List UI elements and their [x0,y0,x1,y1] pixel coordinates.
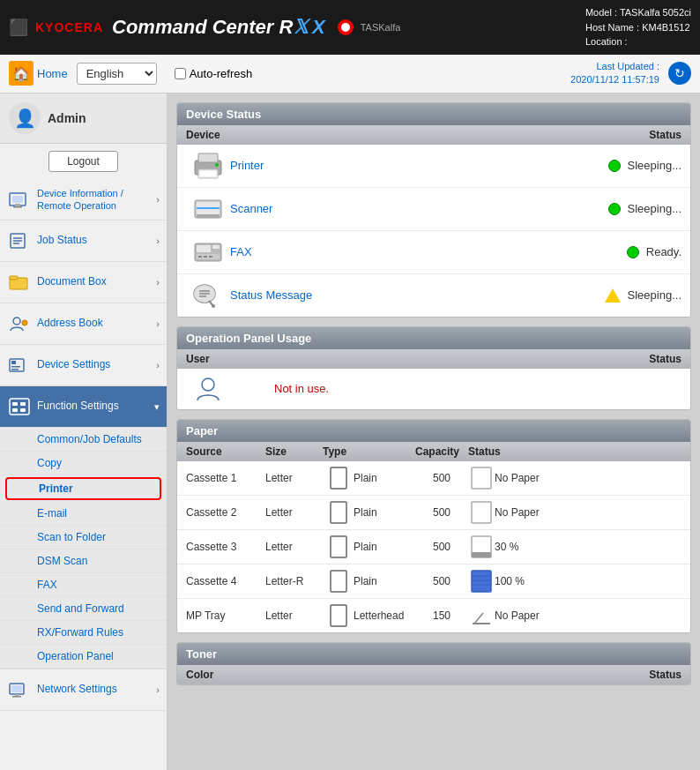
cassette4-status: 100 % [495,575,525,587]
sidebar-item-address-book[interactable]: Address Book › [0,303,167,345]
paper-header: Paper [177,420,690,442]
submenu-email[interactable]: E-mail [0,502,167,526]
last-updated-label: Last Updated : [570,60,659,73]
cassette3-source: Cassette 3 [186,541,265,553]
svg-rect-24 [12,696,21,698]
sidebar-item-document-box-chevron: › [156,277,160,288]
submenu-copy[interactable]: Copy [0,452,167,475]
refresh-button[interactable]: ↻ [668,62,691,85]
submenu-send-and-forward[interactable]: Send and Forward [0,597,167,621]
submenu-printer[interactable]: Printer [5,477,161,500]
main-content: Device Status Device Status Printer [168,93,700,771]
svg-rect-22 [11,685,22,692]
mp-tray-source: MP Tray [186,609,265,622]
fax-device-name: FAX [230,245,583,258]
paper-row-cassette4: Cassette 4 Letter-R Plain 500 [177,564,690,599]
model-info: Model : TASKalfa 5052ci Host Name : KM4B… [585,5,691,49]
sidebar-item-device-info[interactable]: Device Information /Remote Operation › [0,179,167,221]
svg-rect-36 [212,245,220,249]
cassette1-size: Letter [265,472,323,484]
svg-rect-40 [209,256,212,258]
cassette1-source: Cassette 1 [186,472,265,484]
op-user-col-header: User [186,353,578,365]
device-status-message-row: Status Message Sleeping... [177,274,690,317]
model-value: TASKalfa 5052ci [620,7,691,18]
document-box-icon [7,270,32,295]
app-rx-symbol: X [312,16,325,38]
auto-refresh-label: Auto-refresh [190,67,253,80]
cassette2-status-icon [468,501,495,524]
navbar: 🏠 Home English Japanese German Auto-refr… [0,55,700,93]
function-settings-icon [7,394,32,419]
svg-rect-28 [200,171,216,176]
network-settings-icon [7,677,32,702]
hostname-line: Host Name : KM4B1512 [585,20,691,35]
home-icon: 🏠 [9,61,34,86]
sidebar-user-section: 👤 Admin [0,93,167,144]
taskalfa-label: TASKalfa [361,22,401,33]
svg-line-63 [474,613,483,624]
submenu-rx-forward-rules[interactable]: RX/Forward Rules [0,621,167,645]
svg-rect-61 [331,605,346,626]
status-message-indicator: Sleeping... [605,288,681,303]
op-status-col-header: Status [649,353,681,365]
cassette4-capacity: 500 [415,575,468,587]
device-status-fax-row: FAX Ready. [177,231,690,274]
user-avatar: 👤 [9,102,41,134]
mp-tray-type-icon [323,604,354,627]
auto-refresh-checkbox[interactable] [175,68,186,79]
sidebar-item-document-box[interactable]: Document Box › [0,262,167,303]
cassette1-capacity: 500 [415,472,468,484]
home-link[interactable]: 🏠 Home [9,61,68,86]
network-settings-svg [8,680,31,699]
toner-subheader: Color Status [177,665,690,684]
fax-status-indicator: Ready. [627,245,681,258]
address-book-icon [7,311,32,336]
svg-rect-2 [15,204,20,206]
paper-row-cassette3: Cassette 3 Letter Plain 500 30 % [177,530,690,564]
printer-device-name: Printer [230,159,564,172]
status-message-text: Sleeping... [628,288,681,302]
cassette3-status-icon [468,535,495,558]
cassette4-type-icon [323,570,354,593]
svg-rect-16 [10,399,29,415]
sidebar-item-network-settings[interactable]: Network Settings › [0,669,167,711]
sidebar-item-job-status[interactable]: Job Status › [0,221,167,262]
status-message-name: Status Message [230,288,561,302]
submenu-fax[interactable]: FAX [0,573,167,597]
scanner-status-text: Sleeping... [628,202,681,215]
cassette3-size: Letter [265,541,323,553]
submenu-dsm-scan[interactable]: DSM Scan [0,549,167,573]
sidebar-item-device-info-label: Device Information /Remote Operation [37,187,151,213]
sidebar-item-device-settings[interactable]: Device Settings › [0,345,167,386]
submenu-operation-panel[interactable]: Operation Panel [0,645,167,669]
submenu-common-job-defaults[interactable]: Common/Job Defaults [0,428,167,452]
svg-rect-14 [11,366,20,368]
sidebar-item-function-settings[interactable]: Function Settings ▾ [0,386,167,428]
svg-rect-18 [20,402,26,406]
svg-rect-32 [197,214,220,218]
cassette4-size: Letter-R [265,575,323,587]
logout-button[interactable]: Logout [48,151,118,172]
paper-row-cassette2: Cassette 2 Letter Plain 500 No Paper [177,496,690,530]
mp-tray-status-icon [468,604,495,627]
svg-point-11 [22,320,27,325]
sidebar-item-job-status-label: Job Status [37,234,151,248]
svg-rect-53 [331,536,346,557]
fax-icon [186,238,230,266]
logo: ⬛ KYOCERA [9,18,103,37]
device-settings-icon [7,353,32,378]
svg-rect-15 [11,369,19,370]
mp-tray-size: Letter [265,609,323,622]
svg-rect-56 [331,571,346,592]
device-status-subheader: Device Status [177,125,690,145]
submenu-scan-to-folder[interactable]: Scan to Folder [0,526,167,549]
cassette1-type: Plain [354,472,415,484]
svg-rect-9 [10,276,18,280]
toner-status-col: Status [649,669,681,681]
location-label: Location : [585,36,628,47]
mp-tray-type: Letterhead [354,609,415,622]
language-select[interactable]: English Japanese German [77,63,157,85]
svg-rect-55 [472,552,491,557]
svg-rect-1 [12,196,23,203]
